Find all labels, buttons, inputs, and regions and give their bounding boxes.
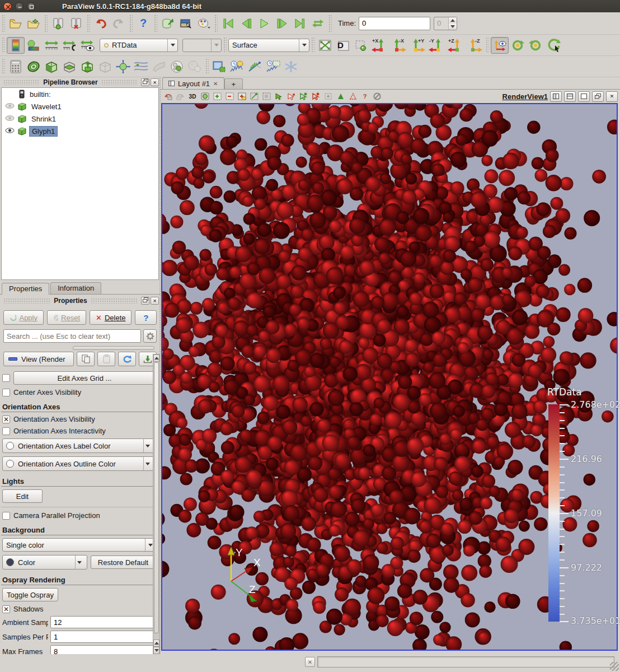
properties-top-scrollbar[interactable] (73, 346, 154, 350)
delete-button[interactable]: ✕ Delete (90, 310, 131, 325)
copy-properties-button[interactable] (77, 352, 95, 366)
visibility-eye-icon[interactable] (5, 115, 15, 123)
reset-camera-closest-button[interactable]: D (334, 37, 352, 54)
warp-filter-button[interactable] (150, 58, 168, 75)
ambient-samples-input[interactable] (50, 616, 156, 628)
disconnect-server-button[interactable] (67, 15, 85, 32)
samples-per-pixel-input[interactable] (50, 631, 156, 643)
rescale-to-visible-range-button[interactable] (78, 37, 96, 54)
view-plus-y-button[interactable]: +Y (408, 37, 427, 54)
view-section-combo[interactable]: View (Render (3, 352, 74, 366)
representation-combo[interactable]: Surface (228, 39, 309, 52)
previous-frame-button[interactable] (237, 15, 255, 32)
edit-axes-grid-button[interactable]: Edit Axes Grid ... (13, 371, 156, 385)
orientation-axes-label-color-button[interactable]: Orientation Axes Label Color (2, 438, 156, 453)
dock-grip[interactable] (101, 80, 138, 85)
stream-tracer-button[interactable] (132, 58, 150, 75)
pipeline-item-label[interactable]: Shrink1 (29, 114, 58, 124)
plot-over-line-button[interactable] (246, 58, 264, 75)
undock-button[interactable] (141, 78, 149, 86)
close-tab-icon[interactable]: ✕ (213, 81, 218, 87)
rescale-to-data-range-button[interactable] (43, 37, 60, 54)
python-annotation-button[interactable] (282, 58, 300, 75)
camera-parallel-projection-checkbox[interactable] (2, 512, 10, 520)
close-panel-button[interactable]: ✕ (151, 297, 159, 305)
hover-cells-tooltip-button[interactable] (347, 91, 358, 101)
close-view-button[interactable]: ✕ (606, 91, 618, 102)
selection-query-button[interactable]: ? (359, 91, 370, 101)
calculator-filter-button[interactable] (7, 58, 25, 75)
color-by-array-combo[interactable]: RTData (100, 39, 178, 52)
threshold-filter-button[interactable] (78, 58, 96, 75)
new-layout-tab-button[interactable]: + (224, 78, 243, 89)
capture-screenshot-button[interactable] (177, 15, 195, 32)
edit-color-map-button[interactable] (25, 37, 43, 54)
search-options-button[interactable] (143, 329, 157, 343)
dock-grip[interactable] (3, 80, 40, 85)
extract-subset-button[interactable] (96, 58, 114, 75)
dropdown-icon[interactable] (143, 457, 152, 470)
window-minimize-button[interactable] (15, 2, 24, 11)
combo-dropdown-icon[interactable] (299, 39, 309, 52)
dock-grip[interactable] (91, 298, 138, 304)
extract-selection-button[interactable] (210, 58, 228, 75)
toolbar-handle[interactable] (2, 58, 5, 74)
visibility-eye-icon[interactable] (5, 102, 15, 111)
undo-button[interactable] (92, 15, 110, 32)
view-plus-x-button[interactable]: +X (370, 37, 389, 54)
select-points-through-button[interactable] (248, 91, 260, 101)
lights-edit-button[interactable]: Edit (2, 489, 43, 503)
orientation-axes-outline-color-button[interactable]: Orientation Axes Outline Color (2, 456, 156, 471)
properties-help-button[interactable]: ? (135, 310, 157, 325)
render-viewport[interactable]: RTData 2.768e+02 216.96 157.09 97.222 3.… (161, 103, 618, 651)
camera-redo-button[interactable] (175, 91, 186, 101)
zoom-to-data-button[interactable] (352, 37, 370, 54)
frame-spinbox[interactable] (434, 17, 457, 30)
show-orientation-axes-button[interactable] (491, 37, 509, 54)
pipeline-item-builtin[interactable]: builtin: (2, 88, 158, 100)
last-frame-button[interactable] (291, 15, 309, 32)
toolbar-handle[interactable] (2, 37, 5, 53)
load-data-button[interactable] (159, 15, 177, 32)
extract-group-button[interactable] (186, 58, 204, 75)
window-maximize-button[interactable] (27, 2, 35, 11)
pipeline-item-glyph1[interactable]: Glyph1 (2, 125, 158, 137)
orientation-axes-interactivity-checkbox[interactable] (2, 427, 10, 435)
axes-grid-checkbox[interactable] (2, 374, 10, 382)
plot-over-time-button[interactable] (228, 58, 246, 75)
tab-information[interactable]: Information (50, 282, 101, 294)
frame-spin-arrows[interactable] (448, 17, 457, 30)
window-close-button[interactable] (3, 2, 12, 11)
reset-button[interactable]: Reset (47, 310, 86, 325)
contour-filter-button[interactable] (25, 58, 43, 75)
dropdown-icon[interactable] (143, 439, 152, 452)
pipeline-item-shrink1[interactable]: Shrink1 (2, 113, 158, 125)
select-block-button[interactable] (261, 91, 272, 101)
resize-grip[interactable] (610, 662, 619, 671)
view-plus-z-button[interactable]: +Z (446, 37, 465, 54)
grow-selection-button[interactable] (322, 91, 334, 101)
paste-properties-button[interactable] (97, 352, 115, 366)
probe-location-button[interactable] (264, 58, 282, 75)
toolbar-handle[interactable] (2, 15, 5, 32)
rotate-camera-button[interactable] (544, 37, 562, 54)
first-frame-button[interactable] (219, 15, 237, 32)
loop-button[interactable] (309, 15, 327, 32)
color-palette-button[interactable] (195, 15, 213, 32)
colorbar-title[interactable]: RTData (547, 386, 582, 398)
undock-button[interactable] (141, 297, 149, 305)
interactive-select-tooltip-button[interactable] (335, 91, 346, 101)
pipeline-item-label[interactable]: Glyph1 (29, 126, 58, 137)
orientation-axes-visibility-checkbox[interactable]: ✕ (2, 416, 10, 423)
interactive-select-points-button[interactable] (285, 91, 297, 101)
layout-tab[interactable]: Layout #1 ✕ (162, 77, 224, 89)
toggle-color-legend-button[interactable] (7, 37, 25, 54)
float-view-button[interactable] (592, 91, 604, 102)
background-mode-combo[interactable]: Single color (2, 538, 156, 552)
select-cells-through-button[interactable] (236, 91, 247, 101)
dock-grip[interactable] (3, 298, 50, 304)
redo-button[interactable] (110, 15, 128, 32)
spin-down-icon[interactable] (449, 24, 457, 30)
next-frame-button[interactable] (273, 15, 291, 32)
reset-camera-button[interactable] (316, 37, 334, 54)
